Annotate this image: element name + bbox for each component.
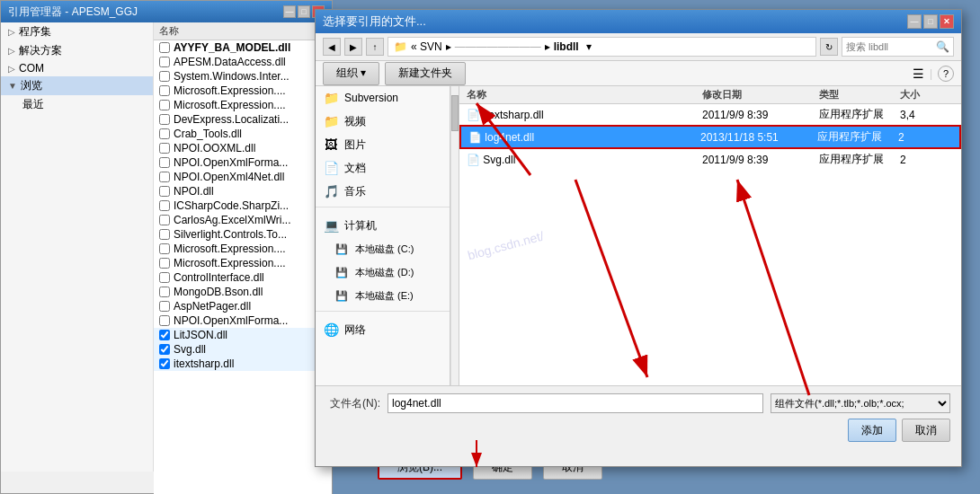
file-row-log4net[interactable]: 📄 log4net.dll 2013/11/18 5:51 应用程序扩展 2 (459, 125, 961, 149)
col-date[interactable]: 修改日期 (702, 88, 819, 101)
dll-item-19[interactable]: NPOI.OpenXmlForma... (154, 313, 332, 328)
dll-item-3[interactable]: Microsoft.Expression.... (154, 84, 332, 98)
organize-button[interactable]: 组织 ▾ (323, 62, 379, 85)
dll-item-11[interactable]: ICSharpCode.SharpZi... (154, 198, 332, 213)
nav-video[interactable]: 📁 视频 (316, 110, 450, 133)
dll-item-1[interactable]: APESM.DataAccess.dll (154, 55, 332, 69)
nav-docs[interactable]: 📄 文档 (316, 156, 450, 180)
ide-sidebar: ▷ 程序集 ▷ 解决方案 ▷ COM ▼ 浏览 最近 (1, 22, 154, 472)
addr-arrow-1: ▸ (446, 40, 451, 53)
file-icon-itextsharp: 📄 itextsharp.dll (467, 109, 702, 121)
add-button[interactable]: 添加 (848, 419, 896, 442)
addr-part-2: ———————— (455, 40, 541, 53)
file-date-itextsharp: 2011/9/9 8:39 (702, 109, 819, 121)
footer-buttons-row: 添加 取消 (326, 419, 950, 442)
dll-item-22[interactable]: itextsharp.dll (154, 357, 332, 371)
dialog-close-btn[interactable]: ✕ (940, 14, 954, 29)
nav-video-label: 视频 (344, 114, 366, 129)
nav-music[interactable]: 🎵 音乐 (316, 180, 450, 203)
dll-item-20[interactable]: LitJSON.dll (154, 328, 332, 342)
drive-e-icon: 💾 (334, 287, 350, 304)
tree-node-assemblies[interactable]: ▷ 程序集 (1, 22, 153, 41)
network-icon: 🌐 (323, 322, 339, 338)
nav-images[interactable]: 🖼 图片 (316, 133, 450, 156)
col-size[interactable]: 大小 (900, 88, 954, 101)
dll-item-16[interactable]: ControlInterface.dll (154, 270, 332, 285)
file-list-panel: 名称 修改日期 类型 大小 📄 itextsharp.dll 2011/9/9 … (459, 86, 961, 399)
search-bar[interactable]: 🔍 (842, 37, 954, 57)
nav-images-label: 图片 (344, 137, 366, 153)
dll-item-2[interactable]: System.Windows.Inter... (154, 69, 332, 84)
dll-item-21[interactable]: Svg.dll (154, 342, 332, 357)
help-icon[interactable]: ? (938, 66, 954, 82)
dll-checkbox-0[interactable] (159, 42, 170, 53)
dll-item-10[interactable]: NPOI.dll (154, 184, 332, 198)
nav-scrollbar-thumb[interactable] (451, 95, 459, 131)
nav-drive-e[interactable]: 💾 本地磁盘 (E:) (316, 284, 450, 307)
minimize-btn[interactable]: — (283, 5, 296, 18)
dll-item-17[interactable]: MongoDB.Bson.dll (154, 285, 332, 299)
view-icon[interactable]: ☰ (913, 66, 924, 81)
filename-label: 文件名(N): (326, 396, 380, 411)
addr-part-1: « SVN (411, 40, 442, 53)
nav-network[interactable]: 🌐 网络 (316, 318, 450, 341)
dialog-cancel-button[interactable]: 取消 (902, 419, 950, 442)
file-date-svg: 2011/9/9 8:39 (702, 154, 819, 166)
dll-list: AYYFY_BA_MODEL.dll APESM.DataAccess.dll … (154, 40, 332, 371)
com-label: COM (19, 62, 44, 75)
nav-drive-c[interactable]: 💾 本地磁盘 (C:) (316, 237, 450, 260)
dll-item-4[interactable]: Microsoft.Expression.... (154, 98, 332, 112)
dialog-body: 📁 Subversion 📁 视频 🖼 图片 📄 文档 🎵 音乐 💻 (316, 86, 961, 399)
tree-node-solution[interactable]: ▷ 解决方案 (1, 41, 153, 60)
search-icon[interactable]: 🔍 (936, 40, 949, 53)
drive-d-icon: 💾 (334, 264, 350, 280)
dll-item-6[interactable]: Crab_Tools.dll (154, 127, 332, 141)
filetype-select[interactable]: 组件文件(*.dll;*.tlb;*.olb;*.ocx; (771, 393, 950, 413)
dll-item-13[interactable]: Silverlight.Controls.To... (154, 227, 332, 242)
nav-subversion[interactable]: 📁 Subversion (316, 86, 450, 110)
dialog-toolbar: 组织 ▾ 新建文件夹 ☰ | ? (316, 61, 961, 86)
ide-titlebar: 引用管理器 - APESM_GGJ — □ ✕ (1, 1, 332, 22)
dll-list-panel: 名称 AYYFY_BA_MODEL.dll APESM.DataAccess.d… (154, 22, 332, 494)
col-type[interactable]: 类型 (819, 88, 900, 101)
file-row-svg[interactable]: 📄 Svg.dll 2011/9/9 8:39 应用程序扩展 2 (459, 149, 961, 170)
assemblies-label: 程序集 (19, 24, 51, 40)
new-folder-button[interactable]: 新建文件夹 (385, 62, 466, 85)
dialog-minimize-btn[interactable]: — (907, 14, 922, 29)
addr-dropdown-icon[interactable]: ▾ (586, 40, 592, 53)
dll-item-0[interactable]: AYYFY_BA_MODEL.dll (154, 40, 332, 55)
tree-node-recent[interactable]: 最近 (1, 95, 153, 114)
file-size-log4net: 2 (898, 131, 952, 144)
ide-title: 引用管理器 - APESM_GGJ (8, 4, 138, 20)
file-size-itextsharp: 3,4 (900, 109, 954, 121)
dll-item-9[interactable]: NPOI.OpenXml4Net.dll (154, 170, 332, 184)
address-bar[interactable]: 📁 « SVN ▸ ———————— ▸ libdll ▾ (388, 37, 816, 57)
up-button[interactable]: ↑ (366, 38, 384, 56)
forward-button[interactable]: ▶ (344, 38, 362, 56)
nav-docs-label: 文档 (344, 161, 366, 176)
recent-label: 最近 (22, 97, 44, 112)
file-row-itextsharp[interactable]: 📄 itextsharp.dll 2011/9/9 8:39 应用程序扩展 3,… (459, 104, 961, 125)
dialog-maximize-btn[interactable]: □ (923, 14, 938, 29)
dll-item-8[interactable]: NPOI.OpenXmlForma... (154, 155, 332, 170)
dll-item-7[interactable]: NPOI.OOXML.dll (154, 141, 332, 155)
addr-refresh-btn[interactable]: ↻ (820, 38, 838, 56)
nav-drive-d[interactable]: 💾 本地磁盘 (D:) (316, 260, 450, 284)
back-button[interactable]: ◀ (323, 38, 341, 56)
dll-item-14[interactable]: Microsoft.Expression.... (154, 242, 332, 256)
dll-item-5[interactable]: DevExpress.Localizati... (154, 112, 332, 127)
maximize-btn[interactable]: □ (298, 5, 310, 18)
col-name[interactable]: 名称 (467, 88, 702, 101)
dll-item-15[interactable]: Microsoft.Expression.... (154, 256, 332, 270)
nav-computer[interactable]: 💻 计算机 (316, 214, 450, 237)
tree-node-browse[interactable]: ▼ 浏览 (1, 76, 153, 95)
search-input[interactable] (846, 41, 936, 52)
nav-scrollbar[interactable] (450, 86, 459, 399)
tree-node-com[interactable]: ▷ COM (1, 60, 153, 76)
file-dialog: 选择要引用的文件... — □ ✕ ◀ ▶ ↑ 📁 « SVN ▸ ——————… (315, 9, 962, 467)
dll-item-18[interactable]: AspNetPager.dll (154, 299, 332, 313)
dll-item-12[interactable]: CarlosAg.ExcelXmlWri... (154, 213, 332, 227)
file-type-log4net: 应用程序扩展 (817, 129, 898, 145)
filename-input[interactable] (388, 393, 763, 413)
dialog-title: 选择要引用的文件... (323, 13, 426, 30)
